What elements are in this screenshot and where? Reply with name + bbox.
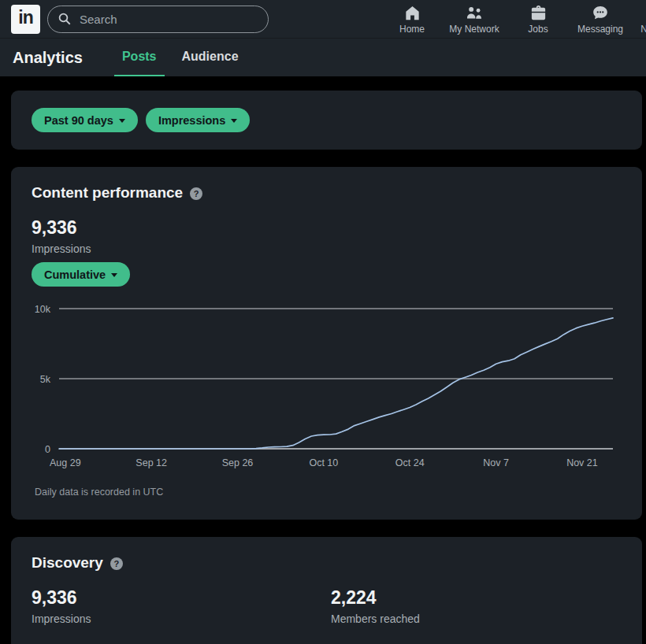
- impressions-value: 9,336: [32, 217, 91, 239]
- cumulative-dropdown[interactable]: Cumulative: [32, 262, 130, 287]
- nav-item-label: My Network: [441, 24, 507, 35]
- nav-item-label: Notifications: [631, 24, 646, 35]
- nav-item-notifications[interactable]: Notifications: [631, 4, 646, 35]
- svg-text:Oct 24: Oct 24: [395, 457, 425, 468]
- discovery-title: Discovery: [32, 554, 103, 572]
- analytics-tabbar: Analytics Posts Audience: [0, 38, 646, 76]
- filter-pill-row: Past 90 days Impressions: [32, 108, 250, 132]
- page-title: Analytics: [13, 39, 83, 76]
- discovery-impressions-stat: 9,336 Impressions: [32, 587, 331, 625]
- search-icon: [58, 12, 72, 26]
- messaging-icon: [567, 4, 633, 23]
- help-icon[interactable]: ?: [110, 557, 123, 570]
- svg-text:Nov 7: Nov 7: [483, 457, 509, 468]
- nav-item-label: Home: [379, 24, 445, 35]
- cumulative-label: Cumulative: [44, 268, 106, 281]
- content-performance-card: Content performance ? 9,336 Impressions …: [11, 167, 642, 520]
- top-navigation: in Home My Network: [0, 0, 646, 38]
- discovery-stats: 9,336 Impressions 2,224 Members reached: [32, 587, 420, 625]
- discovery-members-stat: 2,224 Members reached: [331, 587, 420, 625]
- metric-dropdown[interactable]: Impressions: [146, 108, 250, 132]
- network-icon: [441, 4, 507, 23]
- nav-item-label: Messaging: [567, 24, 633, 35]
- filters-card: Past 90 days Impressions: [11, 91, 642, 150]
- svg-text:Nov 21: Nov 21: [566, 457, 598, 468]
- svg-text:10k: 10k: [35, 304, 51, 315]
- nav-item-label: Jobs: [505, 24, 571, 35]
- bell-icon: [631, 4, 646, 23]
- discovery-card: Discovery ? 9,336 Impressions 2,224 Memb…: [11, 537, 642, 644]
- jobs-icon: [505, 4, 571, 23]
- impressions-chart[interactable]: 05k10kAug 29Sep 12Sep 26Oct 10Oct 24Nov …: [11, 303, 642, 478]
- discovery-impressions-label: Impressions: [32, 613, 331, 625]
- svg-text:Aug 29: Aug 29: [50, 457, 81, 468]
- svg-text:0: 0: [45, 444, 50, 455]
- home-icon: [379, 4, 445, 23]
- metric-label: Impressions: [158, 114, 225, 127]
- line-chart-svg: 05k10kAug 29Sep 12Sep 26Oct 10Oct 24Nov …: [11, 303, 642, 478]
- chevron-down-icon: [119, 119, 125, 123]
- tab-audience[interactable]: Audience: [174, 39, 247, 76]
- svg-text:Sep 12: Sep 12: [136, 457, 167, 468]
- help-icon[interactable]: ?: [190, 187, 202, 200]
- impressions-summary: 9,336 Impressions: [32, 217, 91, 255]
- impressions-label: Impressions: [32, 242, 91, 255]
- svg-text:Oct 10: Oct 10: [309, 457, 338, 468]
- svg-text:Sep 26: Sep 26: [222, 457, 254, 468]
- time-range-dropdown[interactable]: Past 90 days: [32, 108, 138, 132]
- tab-posts[interactable]: Posts: [114, 39, 165, 76]
- search-input[interactable]: [47, 6, 269, 33]
- search-box: [47, 6, 269, 33]
- discovery-impressions-value: 9,336: [32, 587, 331, 609]
- content-performance-title: Content performance: [32, 184, 183, 202]
- nav-item-my-network[interactable]: My Network: [441, 4, 507, 35]
- nav-item-home[interactable]: Home: [379, 4, 445, 35]
- chevron-down-icon: [111, 273, 117, 277]
- members-reached-value: 2,224: [331, 587, 420, 609]
- linkedin-logo[interactable]: in: [11, 5, 40, 34]
- nav-item-messaging[interactable]: Messaging: [567, 4, 633, 35]
- members-reached-label: Members reached: [331, 613, 420, 625]
- nav-item-jobs[interactable]: Jobs: [505, 4, 571, 35]
- svg-text:5k: 5k: [40, 374, 51, 385]
- chevron-down-icon: [231, 119, 237, 123]
- chart-footnote: Daily data is recorded in UTC: [35, 487, 163, 498]
- time-range-label: Past 90 days: [44, 114, 113, 127]
